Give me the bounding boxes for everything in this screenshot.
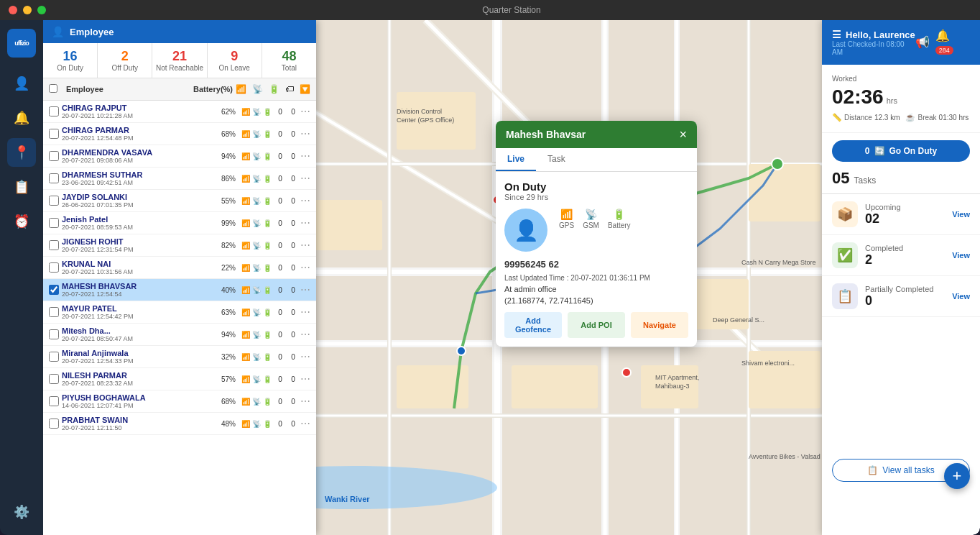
emp-status-icons: 📶 📡 🔋 <box>241 264 272 272</box>
fab-button[interactable]: + <box>944 463 970 489</box>
emp-more-icon[interactable]: ⋯ <box>300 106 310 117</box>
employee-row[interactable]: JIGNESH ROHIT 20-07-2021 12:31:54 PM 82%… <box>43 234 316 257</box>
emp-more-icon[interactable]: ⋯ <box>300 217 310 229</box>
employee-row[interactable]: CHIRAG PARMAR 20-07-2021 12:54:48 PM 68%… <box>43 123 316 145</box>
employee-row[interactable]: JAYDIP SOLANKI 26-06-2021 07:01:35 PM 55… <box>43 190 316 212</box>
partial-icon: 📋 <box>837 288 853 304</box>
employee-row[interactable]: DHARMENDRA VASAVA 20-07-2021 09:08:06 AM… <box>43 145 316 168</box>
upcoming-view-link[interactable]: View <box>952 210 970 219</box>
completed-view-link[interactable]: View <box>952 251 970 260</box>
add-poi-button[interactable]: Add POI <box>568 312 625 338</box>
upcoming-icon: 📦 <box>837 206 853 222</box>
emp-checkbox[interactable] <box>49 307 59 317</box>
distance-value: 12.3 km <box>874 114 900 122</box>
emp-more-icon[interactable]: ⋯ <box>300 373 310 385</box>
svg-text:Mahibaug-3: Mahibaug-3 <box>655 383 690 390</box>
battery-bar-icon: 🔋 <box>263 398 272 406</box>
emp-checkbox[interactable] <box>49 151 59 161</box>
stat-on-leave[interactable]: 9 On Leave <box>208 43 262 78</box>
completed-tasks-section[interactable]: ✅ Completed 2 View <box>822 235 980 276</box>
employee-row[interactable]: DHARMESH SUTHAR 23-06-2021 09:42:51 AM 8… <box>43 168 316 190</box>
partial-view-link[interactable]: View <box>952 292 970 301</box>
emp-date: 20-07-2021 10:21:28 AM <box>62 112 216 119</box>
sidebar-item-settings[interactable]: ⚙️ <box>7 498 36 526</box>
emp-more-icon[interactable]: ⋯ <box>300 150 310 162</box>
stat-total[interactable]: 48 Total <box>262 43 316 78</box>
worked-unit: hrs <box>887 96 897 105</box>
emp-info: MAHESH BHAVSAR 20-07-2021 12:54:54 <box>62 282 216 298</box>
wifi-icon: 📶 <box>241 130 250 138</box>
emp-checkbox[interactable] <box>49 106 59 116</box>
emp-checkbox[interactable] <box>49 329 59 339</box>
emp-checkbox[interactable] <box>49 419 59 429</box>
tab-live[interactable]: Live <box>496 148 536 171</box>
select-all-checkbox[interactable] <box>49 83 63 96</box>
emp-battery: 68% <box>218 130 239 138</box>
emp-checkbox[interactable] <box>49 218 59 228</box>
partial-info: Partially Completed 0 <box>865 285 945 308</box>
minimize-button[interactable] <box>23 6 32 14</box>
emp-checkbox[interactable] <box>49 396 59 406</box>
stat-not-reachable[interactable]: 21 Not Reachable <box>152 43 207 78</box>
employee-row[interactable]: PRABHAT SWAIN 20-07-2021 12:11:50 48% 📶 … <box>43 413 316 435</box>
emp-numbers: 0 0 <box>276 175 297 183</box>
emp-checkbox[interactable] <box>49 196 59 206</box>
sidebar-item-reports[interactable]: 📋 <box>7 173 36 201</box>
employee-row[interactable]: CHIRAG RAJPUT 20-07-2021 10:21:28 AM 62%… <box>43 101 316 123</box>
emp-checkbox[interactable] <box>49 374 59 384</box>
emp-more-icon[interactable]: ⋯ <box>300 418 310 429</box>
sidebar-item-home[interactable]: 👤 <box>7 69 36 98</box>
emp-more-icon[interactable]: ⋯ <box>300 351 310 362</box>
emp-more-icon[interactable]: ⋯ <box>300 262 310 273</box>
navigate-button[interactable]: Navigate <box>631 312 688 338</box>
emp-more-icon[interactable]: ⋯ <box>300 329 310 340</box>
sidebar-item-notifications[interactable]: 🔔 <box>7 104 36 132</box>
popup-close-button[interactable]: × <box>679 128 687 141</box>
emp-checkbox[interactable] <box>49 285 59 295</box>
emp-numbers: 0 0 <box>276 219 297 227</box>
emp-more-icon[interactable]: ⋯ <box>300 239 310 251</box>
emp-checkbox[interactable] <box>49 352 59 362</box>
list-icon: 📋 <box>867 465 878 475</box>
go-on-duty-button[interactable]: 0 🔄 Go On Duty <box>832 140 970 162</box>
employee-row[interactable]: MAHESH BHAVSAR 20-07-2021 12:54:54 40% 📶… <box>43 279 316 301</box>
gsm-bar-icon: 📡 <box>252 108 261 116</box>
wifi-header-icon: 📶 <box>236 84 246 94</box>
upcoming-tasks-section[interactable]: 📦 Upcoming 02 View <box>822 194 980 235</box>
stat-on-duty[interactable]: 16 On Duty <box>43 43 98 78</box>
notification-icon[interactable]: 🔔 <box>935 29 950 42</box>
emp-more-icon[interactable]: ⋯ <box>300 395 310 407</box>
gsm-bar-icon: 📡 <box>252 375 261 383</box>
gsm-bar-icon: 📡 <box>252 175 261 183</box>
svg-text:Center (GPS Office): Center (GPS Office) <box>397 116 454 124</box>
emp-checkbox[interactable] <box>49 129 59 139</box>
employee-row[interactable]: Miranal Anjinwala 20-07-2021 12:54:33 PM… <box>43 346 316 368</box>
emp-checkbox[interactable] <box>49 173 59 183</box>
employee-row[interactable]: MAYUR PATEL 20-07-2021 12:54:42 PM 63% 📶… <box>43 301 316 324</box>
stat-off-duty[interactable]: 2 Off Duty <box>98 43 152 78</box>
emp-more-icon[interactable]: ⋯ <box>300 306 310 318</box>
sidebar-item-time[interactable]: ⏰ <box>7 207 36 236</box>
tab-task[interactable]: Task <box>536 148 577 171</box>
emp-battery: 62% <box>218 108 239 116</box>
employee-row[interactable]: KRUNAL NAI 20-07-2021 10:31:56 AM 22% 📶 … <box>43 257 316 279</box>
sidebar-item-tracking[interactable]: 📍 <box>7 138 36 167</box>
emp-more-icon[interactable]: ⋯ <box>300 128 310 140</box>
maximize-button[interactable] <box>37 6 46 14</box>
add-geofence-button[interactable]: Add Geofence <box>504 312 562 338</box>
employee-row[interactable]: Mitesh Dha... 20-07-2021 08:50:47 AM 94%… <box>43 324 316 346</box>
emp-more-icon[interactable]: ⋯ <box>300 195 310 206</box>
close-button[interactable] <box>9 6 17 14</box>
employee-row[interactable]: NILESH PARMAR 20-07-2021 08:23:32 AM 57%… <box>43 368 316 390</box>
emp-more-icon[interactable]: ⋯ <box>300 284 310 296</box>
emp-alert-count: 0 <box>289 130 297 138</box>
employee-row[interactable]: Jenish Patel 20-07-2021 08:59:53 AM 99% … <box>43 212 316 234</box>
partial-tasks-section[interactable]: 📋 Partially Completed 0 View <box>822 276 980 317</box>
emp-more-icon[interactable]: ⋯ <box>300 173 310 184</box>
battery-bar-icon: 🔋 <box>263 108 272 116</box>
map-area[interactable]: Wanki River Division Control <box>316 20 822 535</box>
emp-checkbox[interactable] <box>49 262 59 273</box>
emp-checkbox[interactable] <box>49 240 59 250</box>
battery-sensor: 🔋 Battery <box>608 209 631 229</box>
employee-row[interactable]: PIYUSH BOGHAWALA 14-06-2021 12:07:41 PM … <box>43 390 316 413</box>
